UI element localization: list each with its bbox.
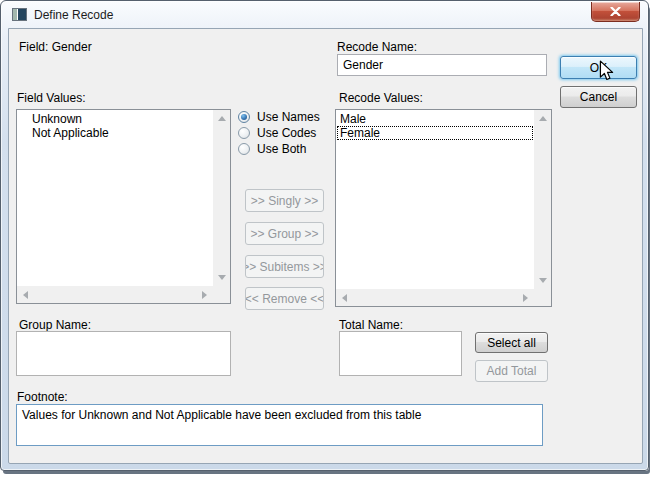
radio-label: Use Codes xyxy=(257,126,316,140)
field-values-listbox[interactable]: Unknown Not Applicable xyxy=(16,109,231,304)
subitems-button[interactable]: >> Subitems >> xyxy=(245,255,324,278)
total-name-input[interactable] xyxy=(339,331,462,376)
scroll-up-icon xyxy=(539,116,547,121)
app-icon xyxy=(12,8,27,21)
total-name-label: Total Name: xyxy=(339,318,403,332)
field-values-label: Field Values: xyxy=(17,91,85,105)
close-icon xyxy=(610,7,621,16)
radio-use-both[interactable]: Use Both xyxy=(238,142,306,156)
footnote-label: Footnote: xyxy=(17,390,68,404)
recode-values-listbox[interactable]: Male Female xyxy=(335,109,552,307)
radio-label: Use Names xyxy=(257,110,320,124)
horizontal-scrollbar[interactable] xyxy=(17,286,213,303)
recode-values-label: Recode Values: xyxy=(339,91,423,105)
scroll-right-icon xyxy=(202,291,207,299)
radio-unselected-icon xyxy=(238,143,250,155)
scroll-left-icon xyxy=(342,294,347,302)
list-item-focused[interactable]: Female xyxy=(337,126,533,140)
horizontal-scrollbar[interactable] xyxy=(336,289,534,306)
window-title: Define Recode xyxy=(34,8,113,22)
radio-use-codes[interactable]: Use Codes xyxy=(238,126,316,140)
group-name-input[interactable] xyxy=(16,331,231,376)
group-button[interactable]: >> Group >> xyxy=(245,222,324,245)
scroll-left-icon xyxy=(23,291,28,299)
title-bar[interactable]: Define Recode xyxy=(1,1,648,28)
list-item[interactable]: Not Applicable xyxy=(18,126,212,140)
scroll-down-icon xyxy=(218,275,226,280)
recode-name-label: Recode Name: xyxy=(337,40,417,54)
scrollbar-corner xyxy=(213,286,230,303)
scroll-up-icon xyxy=(218,116,226,121)
ok-button[interactable]: OK xyxy=(560,56,637,79)
list-item[interactable]: Male xyxy=(337,112,533,126)
footnote-input[interactable]: Values for Unknown and Not Applicable ha… xyxy=(16,404,543,446)
remove-button[interactable]: << Remove << xyxy=(245,287,324,310)
define-recode-dialog: Define Recode Field: Gender Recode Name:… xyxy=(0,0,649,471)
list-item[interactable]: Unknown xyxy=(18,112,212,126)
scroll-right-icon xyxy=(523,294,528,302)
radio-use-names[interactable]: Use Names xyxy=(238,110,320,124)
singly-button[interactable]: >> Singly >> xyxy=(245,189,324,212)
select-all-button[interactable]: Select all xyxy=(475,332,548,353)
cancel-button[interactable]: Cancel xyxy=(560,86,637,108)
dialog-body: Field: Gender Recode Name: OK Cancel Fie… xyxy=(8,28,643,464)
scrollbar-corner xyxy=(534,289,551,306)
add-total-button[interactable]: Add Total xyxy=(475,360,548,382)
radio-label: Use Both xyxy=(257,142,306,156)
group-name-label: Group Name: xyxy=(19,318,91,332)
field-label: Field: Gender xyxy=(19,40,92,54)
radio-selected-icon xyxy=(238,111,250,123)
recode-name-input[interactable] xyxy=(337,54,547,76)
radio-unselected-icon xyxy=(238,127,250,139)
close-button[interactable] xyxy=(591,2,640,22)
vertical-scrollbar[interactable] xyxy=(213,110,230,286)
vertical-scrollbar[interactable] xyxy=(534,110,551,289)
scroll-down-icon xyxy=(539,278,547,283)
